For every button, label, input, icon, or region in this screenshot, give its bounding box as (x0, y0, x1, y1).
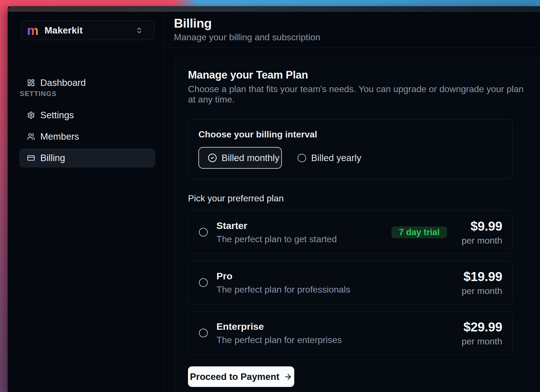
sidebar-item-label: Billing (40, 153, 65, 163)
users-icon (27, 133, 35, 141)
card-title: Manage your Team Plan (188, 69, 531, 81)
wallpaper-top (0, 0, 540, 6)
plan-price: $19.99 (462, 269, 502, 284)
price-block: $29.99 per month (462, 319, 502, 347)
wallpaper-left (0, 0, 8, 392)
trial-badge: 7 day trial (391, 226, 447, 238)
sidebar-item-billing[interactable]: Billing (19, 148, 155, 168)
main-content: Billing Manage your billing and subscrip… (165, 12, 540, 392)
chevron-up-down-icon (136, 27, 143, 34)
sidebar-nav: Dashboard SETTINGS Settings Members (8, 73, 164, 168)
plan-option-enterprise[interactable]: Enterprise The perfect plan for enterpri… (188, 311, 513, 355)
sidebar-item-settings[interactable]: Settings (19, 106, 155, 125)
plan-option-pro[interactable]: Pro The perfect plan for professionals $… (188, 261, 513, 304)
plan-info: Pro The perfect plan for professionals (216, 271, 350, 295)
workspace-selector[interactable]: m Makerkit (21, 21, 154, 40)
sidebar-item-label: Dashboard (40, 77, 86, 88)
plan-name: Starter (216, 220, 337, 231)
billing-content: Manage your Team Plan Choose a plan that… (165, 48, 540, 392)
team-plan-card: Manage your Team Plan Choose a plan that… (174, 57, 540, 392)
plan-option-starter[interactable]: Starter The perfect plan to get started … (188, 210, 513, 254)
interval-options: Billed monthly Billed yearly (198, 147, 502, 169)
plan-period: per month (462, 336, 502, 347)
workspace-name: Makerkit (45, 25, 83, 36)
plan-description: The perfect plan for professionals (216, 284, 350, 295)
sidebar-section-label: SETTINGS (20, 91, 164, 97)
credit-card-icon (27, 154, 35, 162)
card-description: Choose a plan that fits your team's need… (188, 84, 531, 105)
page-header: Billing Manage your billing and subscrip… (165, 12, 540, 48)
sidebar-item-label: Members (40, 131, 79, 142)
radio-icon (298, 154, 306, 162)
price-block: $9.99 per month (462, 219, 502, 246)
billed-monthly-option[interactable]: Billed monthly (198, 147, 282, 169)
app-window: m Makerkit Dashboard SETTINGS (8, 6, 540, 392)
plan-info: Starter The perfect plan to get started (216, 220, 337, 244)
page-subtitle: Manage your billing and subscription (174, 32, 540, 43)
window-titlebar (8, 6, 540, 12)
page-title: Billing (174, 16, 540, 31)
plan-name: Pro (216, 271, 350, 282)
plan-pricing: $29.99 per month (462, 319, 502, 347)
plan-price: $9.99 (462, 219, 502, 234)
plan-info: Enterprise The perfect plan for enterpri… (216, 321, 342, 345)
sidebar-item-members[interactable]: Members (19, 127, 155, 146)
radio-icon[interactable] (199, 228, 208, 237)
plan-description: The perfect plan for enterprises (216, 335, 342, 345)
sidebar-item-dashboard[interactable]: Dashboard (19, 73, 155, 92)
sidebar-item-label: Settings (40, 110, 74, 121)
radio-icon[interactable] (199, 278, 208, 287)
sidebar: m Makerkit Dashboard SETTINGS (8, 12, 165, 392)
plan-pricing: $19.99 per month (462, 269, 502, 296)
gear-icon (27, 111, 35, 119)
option-label: Billed monthly (222, 153, 279, 163)
plan-period: per month (462, 235, 502, 246)
radio-icon[interactable] (199, 329, 208, 337)
cta-label: Proceed to Payment (190, 371, 279, 382)
plan-period: per month (462, 286, 502, 296)
makerkit-logo: m (27, 24, 39, 37)
check-circle-icon (208, 153, 217, 162)
interval-label: Choose your billing interval (198, 129, 502, 140)
plan-pricing: 7 day trial $9.99 per month (391, 219, 502, 246)
billing-interval-group: Choose your billing interval Billed mont… (188, 119, 513, 179)
price-block: $19.99 per month (462, 269, 502, 296)
billed-yearly-option[interactable]: Billed yearly (298, 153, 361, 163)
plan-description: The perfect plan to get started (216, 234, 337, 244)
plan-price: $29.99 (462, 319, 502, 335)
pick-plan-label: Pick your preferred plan (188, 193, 531, 204)
option-label: Billed yearly (311, 153, 361, 163)
plan-name: Enterprise (216, 321, 342, 332)
proceed-to-payment-button[interactable]: Proceed to Payment (188, 366, 294, 387)
dashboard-icon (27, 79, 35, 87)
arrow-right-icon (284, 373, 292, 381)
